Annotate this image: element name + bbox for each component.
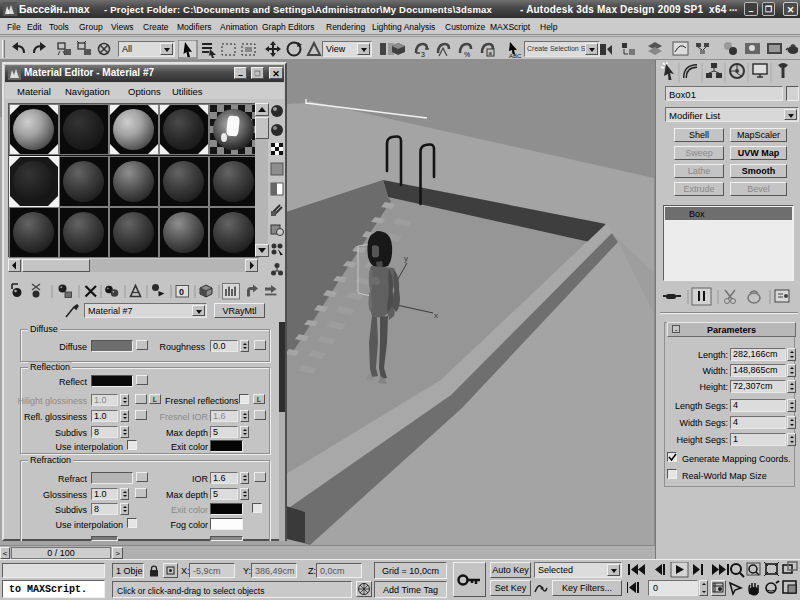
svg-text:ABC: ABC bbox=[509, 53, 522, 59]
svg-text:x: x bbox=[434, 311, 438, 320]
svg-text:%: % bbox=[464, 51, 470, 58]
svg-text:0: 0 bbox=[179, 287, 184, 297]
svg-text:y: y bbox=[404, 254, 408, 263]
svg-text:3: 3 bbox=[421, 51, 425, 58]
